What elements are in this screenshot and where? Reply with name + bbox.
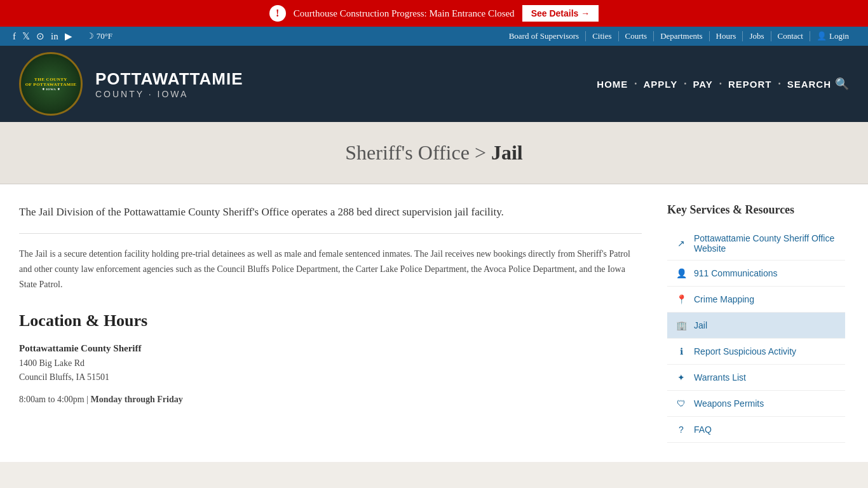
social-links: f 𝕏 ⊙ in ▶ ☽ 70°F (13, 30, 112, 42)
nav-dot-1: • (634, 79, 637, 89)
building-icon: 🏢 (675, 319, 688, 332)
sidebar-link-warrants[interactable]: ✦ Warrants List (667, 365, 845, 391)
search-button[interactable]: 🔍 (835, 77, 849, 91)
breadcrumb-current: Jail (491, 141, 523, 164)
nav-courts[interactable]: Courts (619, 31, 654, 41)
location-address: 1400 Big Lake Rd Council Bluffs, IA 5150… (19, 356, 642, 385)
intro-paragraph: The Jail Division of the Pottawattamie C… (19, 203, 642, 220)
info-icon: ℹ (675, 345, 688, 358)
page-title: Sheriff's Office > Jail (13, 141, 855, 165)
alert-details-button[interactable]: See Details → (522, 5, 599, 22)
nav-contact[interactable]: Contact (771, 31, 810, 41)
external-link-icon: ↗ (675, 237, 688, 250)
nav-report[interactable]: REPORT (728, 79, 772, 90)
alert-message: Courthouse Construction Progress: Main E… (294, 8, 515, 19)
alert-bar: ! Courthouse Construction Progress: Main… (0, 0, 868, 27)
facebook-link[interactable]: f (13, 31, 16, 42)
nav-search[interactable]: SEARCH (787, 79, 831, 90)
breadcrumb-separator: > (475, 141, 491, 164)
address-line1: 1400 Big Lake Rd (19, 356, 642, 370)
alert-icon: ! (269, 5, 286, 22)
star-icon: ✦ (675, 371, 688, 384)
hours-days: Monday through Friday (90, 395, 182, 404)
sidebar-link-jail[interactable]: 🏢 Jail (667, 313, 845, 339)
location-name: Pottawattamie County Sheriff (19, 343, 642, 354)
login-link[interactable]: 👤 Login (810, 31, 855, 41)
location-hours-heading: Location & Hours (19, 311, 642, 330)
nav-cities[interactable]: Cities (586, 31, 618, 41)
sidebar-link-weapons[interactable]: 🛡 Weapons Permits (667, 391, 845, 417)
body-paragraph: The Jail is a secure detention facility … (19, 247, 642, 292)
badge-icon: 🛡 (675, 397, 688, 410)
nav-home[interactable]: HOME (597, 79, 628, 90)
user-icon: 👤 (817, 31, 827, 41)
sidebar-link-911[interactable]: 👤 911 Communications (667, 261, 845, 287)
page-title-area: Sheriff's Office > Jail (0, 122, 868, 184)
linkedin-link[interactable]: in (51, 31, 58, 42)
nav-departments[interactable]: Departments (654, 31, 709, 41)
instagram-link[interactable]: ⊙ (36, 30, 44, 42)
address-line2: Council Bluffs, IA 51501 (19, 370, 642, 384)
nav-jobs[interactable]: Jobs (743, 31, 771, 41)
site-title: POTTAWATTAMIE COUNTY · IOWA (95, 69, 584, 99)
sidebar-title: Key Services & Resources (667, 203, 845, 217)
nav-dot-4: • (778, 79, 780, 89)
sidebar-link-report-suspicious[interactable]: ℹ Report Suspicious Activity (667, 339, 845, 365)
breadcrumb-parent[interactable]: Sheriff's Office (345, 141, 470, 164)
temperature: 70°F (97, 31, 112, 41)
sidebar-link-sheriff-website[interactable]: ↗ Pottawattamie County Sheriff Office We… (667, 227, 845, 261)
site-header: THE COUNTY OF POTTAWATTAMIE ⚜ IOWA ⚜ POT… (0, 46, 868, 122)
person-icon: 👤 (675, 267, 688, 280)
twitter-link[interactable]: 𝕏 (22, 30, 30, 42)
nav-hours[interactable]: Hours (710, 31, 743, 41)
moon-icon: ☽ (86, 31, 94, 41)
nav-apply[interactable]: APPLY (644, 79, 678, 90)
question-icon: ? (675, 423, 688, 436)
top-navigation: Board of Supervisors Cities Courts Depar… (503, 31, 855, 41)
nav-pay[interactable]: PAY (693, 79, 712, 90)
sidebar: Key Services & Resources ↗ Pottawattamie… (667, 203, 845, 443)
main-content: The Jail Division of the Pottawattamie C… (0, 184, 868, 462)
sidebar-link-crime-mapping[interactable]: 📍 Crime Mapping (667, 287, 845, 313)
site-logo[interactable]: THE COUNTY OF POTTAWATTAMIE ⚜ IOWA ⚜ (19, 52, 83, 116)
youtube-link[interactable]: ▶ (65, 30, 72, 42)
content-area: The Jail Division of the Pottawattamie C… (19, 203, 642, 443)
main-navigation: HOME • APPLY • PAY • REPORT • SEARCH 🔍 (597, 77, 849, 91)
nav-dot-3: • (719, 79, 722, 89)
pin-icon: 📍 (675, 293, 688, 306)
hours-time: 8:00am to 4:00pm (19, 395, 85, 404)
hours-text: 8:00am to 4:00pm | Monday through Friday (19, 395, 642, 405)
sidebar-link-faq[interactable]: ? FAQ (667, 417, 845, 443)
nav-board-of-supervisors[interactable]: Board of Supervisors (503, 31, 587, 41)
divider (19, 233, 642, 234)
top-bar: f 𝕏 ⊙ in ▶ ☽ 70°F Board of Supervisors C… (0, 27, 868, 46)
nav-dot-2: • (684, 79, 686, 89)
weather-display: ☽ 70°F (86, 31, 112, 41)
